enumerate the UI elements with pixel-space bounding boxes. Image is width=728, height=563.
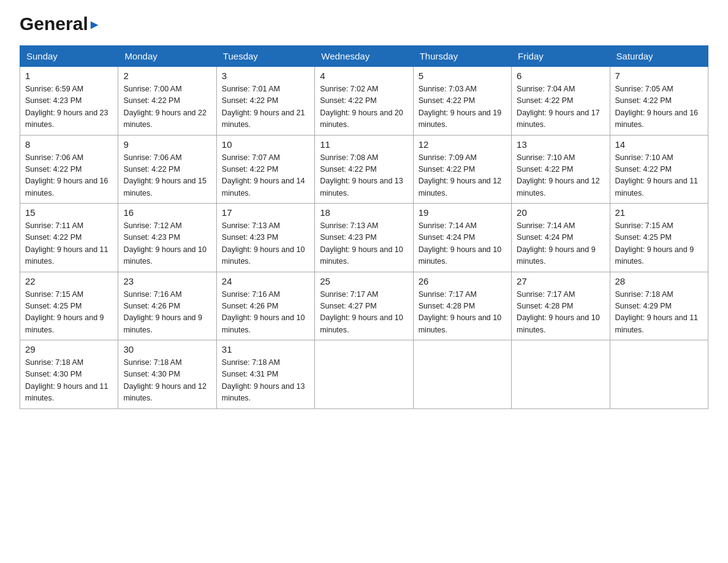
calendar-week-row: 1 Sunrise: 6:59 AMSunset: 4:23 PMDayligh… [20,67,708,136]
day-number: 28 [615,276,703,286]
day-info: Sunrise: 7:06 AMSunset: 4:22 PMDaylight:… [25,152,113,200]
day-info: Sunrise: 7:02 AMSunset: 4:22 PMDaylight:… [320,83,408,131]
day-number: 1 [25,71,113,81]
day-number: 10 [222,139,309,150]
day-number: 2 [123,71,211,81]
calendar-day-cell: 30 Sunrise: 7:18 AMSunset: 4:30 PMDaylig… [118,340,216,409]
day-number: 27 [517,276,604,286]
weekday-header: Thursday [413,46,511,67]
calendar-day-cell: 27 Sunrise: 7:17 AMSunset: 4:28 PMDaylig… [512,272,610,340]
calendar-day-cell: 17 Sunrise: 7:13 AMSunset: 4:23 PMDaylig… [216,204,314,272]
day-number: 6 [517,71,604,81]
day-info: Sunrise: 7:15 AMSunset: 4:25 PMDaylight:… [25,289,113,337]
day-info: Sunrise: 7:10 AMSunset: 4:22 PMDaylight:… [517,152,604,200]
calendar-header: SundayMondayTuesdayWednesdayThursdayFrid… [20,46,708,67]
calendar-day-cell [315,340,413,409]
day-number: 19 [419,207,506,218]
calendar-day-cell: 12 Sunrise: 7:09 AMSunset: 4:22 PMDaylig… [413,135,511,204]
calendar-day-cell: 31 Sunrise: 7:18 AMSunset: 4:31 PMDaylig… [216,340,314,409]
calendar-week-row: 29 Sunrise: 7:18 AMSunset: 4:30 PMDaylig… [20,340,708,409]
day-number: 4 [320,71,408,81]
calendar-day-cell: 4 Sunrise: 7:02 AMSunset: 4:22 PMDayligh… [315,67,413,136]
day-info: Sunrise: 7:10 AMSunset: 4:22 PMDaylight:… [615,152,703,200]
calendar-day-cell: 13 Sunrise: 7:10 AMSunset: 4:22 PMDaylig… [512,135,610,204]
day-info: Sunrise: 7:09 AMSunset: 4:22 PMDaylight:… [419,152,506,200]
calendar-day-cell: 11 Sunrise: 7:08 AMSunset: 4:22 PMDaylig… [315,135,413,204]
day-number: 8 [25,139,113,150]
day-number: 13 [517,139,604,150]
day-number: 5 [419,71,506,81]
day-info: Sunrise: 7:07 AMSunset: 4:22 PMDaylight:… [222,152,309,200]
day-info: Sunrise: 7:18 AMSunset: 4:29 PMDaylight:… [615,289,703,337]
day-info: Sunrise: 6:59 AMSunset: 4:23 PMDaylight:… [25,83,113,131]
day-info: Sunrise: 7:18 AMSunset: 4:30 PMDaylight:… [25,357,113,405]
day-number: 14 [615,139,703,150]
calendar-table: SundayMondayTuesdayWednesdayThursdayFrid… [20,45,708,409]
calendar-day-cell: 23 Sunrise: 7:16 AMSunset: 4:26 PMDaylig… [118,272,216,340]
calendar-week-row: 15 Sunrise: 7:11 AMSunset: 4:22 PMDaylig… [20,204,708,272]
day-number: 11 [320,139,408,150]
day-number: 29 [25,344,113,354]
logo: General► [20,15,101,34]
day-number: 17 [222,207,309,218]
calendar-day-cell: 28 Sunrise: 7:18 AMSunset: 4:29 PMDaylig… [610,272,708,340]
weekday-header: Wednesday [315,46,413,67]
day-number: 7 [615,71,703,81]
calendar-day-cell: 10 Sunrise: 7:07 AMSunset: 4:22 PMDaylig… [216,135,314,204]
day-info: Sunrise: 7:00 AMSunset: 4:22 PMDaylight:… [123,83,211,131]
calendar-day-cell: 18 Sunrise: 7:13 AMSunset: 4:23 PMDaylig… [315,204,413,272]
calendar-body: 1 Sunrise: 6:59 AMSunset: 4:23 PMDayligh… [20,67,708,409]
day-info: Sunrise: 7:15 AMSunset: 4:25 PMDaylight:… [615,220,703,268]
calendar-day-cell: 29 Sunrise: 7:18 AMSunset: 4:30 PMDaylig… [20,340,118,409]
day-number: 9 [123,139,211,150]
day-info: Sunrise: 7:03 AMSunset: 4:22 PMDaylight:… [419,83,506,131]
day-info: Sunrise: 7:18 AMSunset: 4:30 PMDaylight:… [123,357,211,405]
day-info: Sunrise: 7:16 AMSunset: 4:26 PMDaylight:… [222,289,309,337]
calendar-day-cell [610,340,708,409]
day-number: 15 [25,207,113,218]
day-number: 21 [615,207,703,218]
calendar-week-row: 8 Sunrise: 7:06 AMSunset: 4:22 PMDayligh… [20,135,708,204]
calendar-day-cell [512,340,610,409]
calendar-day-cell: 9 Sunrise: 7:06 AMSunset: 4:22 PMDayligh… [118,135,216,204]
calendar-day-cell: 16 Sunrise: 7:12 AMSunset: 4:23 PMDaylig… [118,204,216,272]
day-number: 25 [320,276,408,286]
calendar-week-row: 22 Sunrise: 7:15 AMSunset: 4:25 PMDaylig… [20,272,708,340]
logo-general-text: General► [20,15,101,33]
day-number: 30 [123,344,211,354]
calendar-day-cell: 2 Sunrise: 7:00 AMSunset: 4:22 PMDayligh… [118,67,216,136]
day-info: Sunrise: 7:01 AMSunset: 4:22 PMDaylight:… [222,83,309,131]
day-info: Sunrise: 7:13 AMSunset: 4:23 PMDaylight:… [222,220,309,268]
calendar-day-cell: 15 Sunrise: 7:11 AMSunset: 4:22 PMDaylig… [20,204,118,272]
calendar-day-cell: 22 Sunrise: 7:15 AMSunset: 4:25 PMDaylig… [20,272,118,340]
day-info: Sunrise: 7:05 AMSunset: 4:22 PMDaylight:… [615,83,703,131]
calendar-day-cell: 7 Sunrise: 7:05 AMSunset: 4:22 PMDayligh… [610,67,708,136]
calendar-day-cell: 25 Sunrise: 7:17 AMSunset: 4:27 PMDaylig… [315,272,413,340]
day-info: Sunrise: 7:14 AMSunset: 4:24 PMDaylight:… [517,220,604,268]
day-info: Sunrise: 7:18 AMSunset: 4:31 PMDaylight:… [222,357,309,405]
day-info: Sunrise: 7:11 AMSunset: 4:22 PMDaylight:… [25,220,113,268]
calendar-day-cell: 19 Sunrise: 7:14 AMSunset: 4:24 PMDaylig… [413,204,511,272]
calendar-day-cell [413,340,511,409]
calendar-day-cell: 3 Sunrise: 7:01 AMSunset: 4:22 PMDayligh… [216,67,314,136]
calendar-day-cell: 14 Sunrise: 7:10 AMSunset: 4:22 PMDaylig… [610,135,708,204]
day-info: Sunrise: 7:17 AMSunset: 4:28 PMDaylight:… [517,289,604,337]
calendar-day-cell: 21 Sunrise: 7:15 AMSunset: 4:25 PMDaylig… [610,204,708,272]
day-info: Sunrise: 7:12 AMSunset: 4:23 PMDaylight:… [123,220,211,268]
calendar-day-cell: 1 Sunrise: 6:59 AMSunset: 4:23 PMDayligh… [20,67,118,136]
day-info: Sunrise: 7:08 AMSunset: 4:22 PMDaylight:… [320,152,408,200]
day-number: 31 [222,344,309,354]
calendar-day-cell: 8 Sunrise: 7:06 AMSunset: 4:22 PMDayligh… [20,135,118,204]
calendar-day-cell: 5 Sunrise: 7:03 AMSunset: 4:22 PMDayligh… [413,67,511,136]
calendar-day-cell: 6 Sunrise: 7:04 AMSunset: 4:22 PMDayligh… [512,67,610,136]
weekday-header: Monday [118,46,216,67]
day-number: 26 [419,276,506,286]
calendar-day-cell: 26 Sunrise: 7:17 AMSunset: 4:28 PMDaylig… [413,272,511,340]
page-header: General► [20,15,708,34]
calendar-day-cell: 24 Sunrise: 7:16 AMSunset: 4:26 PMDaylig… [216,272,314,340]
day-number: 20 [517,207,604,218]
day-number: 3 [222,71,309,81]
weekday-header: Sunday [20,46,118,67]
day-info: Sunrise: 7:14 AMSunset: 4:24 PMDaylight:… [419,220,506,268]
day-number: 24 [222,276,309,286]
